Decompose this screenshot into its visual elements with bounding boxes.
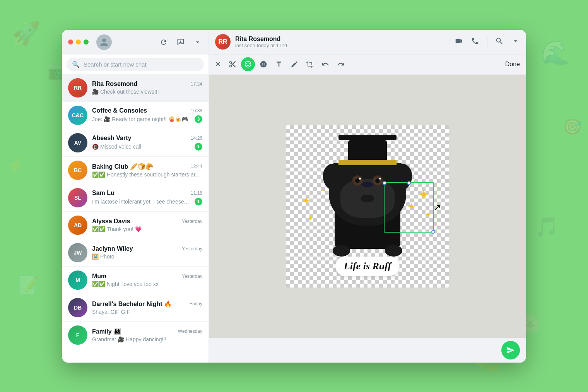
chat-avatar-darrells: DB (68, 298, 87, 317)
search-input[interactable] (84, 61, 198, 68)
done-button[interactable]: Done (505, 61, 520, 68)
chat-item-jaclynn[interactable]: JW Jaclynn Wiley Yesterday 🖼️ Photo (62, 239, 209, 267)
chat-list: RR Rita Rosemond 17:24 🎥 Check out these… (62, 74, 209, 363)
new-chat-icon[interactable] (176, 38, 185, 47)
maximize-traffic-light[interactable] (84, 39, 89, 45)
user-avatar (96, 34, 112, 50)
send-button[interactable] (501, 341, 520, 359)
chat-preview-alyssa: ✅✅ Thank you! 💗 (92, 226, 202, 232)
refresh-icon[interactable] (159, 38, 168, 47)
close-traffic-light[interactable] (68, 39, 73, 45)
cursor-arrow: ↖ (434, 202, 441, 212)
more-options-icon[interactable] (511, 37, 520, 47)
pug-image: Life is Ruff ✦ ✦ ✦ ✦ ✦ ✦ (286, 125, 449, 288)
chat-preview-coffee: Joe: 🎥 Ready for game night!! 🍿🍺🎮 (92, 116, 192, 122)
life-ruff-text: Life is Ruff (344, 260, 391, 272)
voice-call-icon[interactable] (471, 37, 479, 47)
emoji-tool-button[interactable] (241, 57, 255, 71)
redo-button[interactable] (334, 57, 348, 71)
chat-avatar-mum: M (68, 270, 87, 290)
chat-item-alyssa[interactable]: AD Alyssa Davis Yesterday ✅✅ Thank you! … (62, 212, 209, 239)
chat-header-avatar: RR (215, 34, 231, 50)
minimize-traffic-light[interactable] (76, 39, 81, 45)
chat-time-rita: 17:24 (191, 81, 202, 87)
chat-name-family: Family 👨‍👩‍👧 (92, 328, 121, 335)
chat-header-name: Rita Rosemond (235, 36, 450, 43)
sparkle-left-large: ✦ (302, 195, 311, 207)
chat-item-darrells[interactable]: DB Darrell's Bachelor Night 🔥 Friday Sha… (62, 294, 209, 322)
chat-item-coffee[interactable]: C&C Coffee & Consoles 16:38 Joe: 🎥 Ready… (62, 102, 209, 129)
chat-time-mum: Yesterday (182, 274, 202, 279)
chat-time-darrells: Friday (190, 301, 202, 306)
chat-info-jaclynn: Jaclynn Wiley Yesterday 🖼️ Photo (92, 245, 202, 260)
chat-item-family[interactable]: F Family 👨‍👩‍👧 Wednesday Grandma: 🎥 Happ… (62, 322, 209, 349)
chat-info-abeesh: Abeesh Varty 14:26 📵 Missed voice call 1 (92, 135, 202, 151)
chat-info-alyssa: Alyssa Davis Yesterday ✅✅ Thank you! 💗 (92, 218, 202, 232)
sparkle-left-small: ✦ (308, 214, 313, 223)
chat-name-sam: Sam Lu (92, 190, 115, 197)
chat-item-mum[interactable]: M Mum Yesterday ✅✅ Night, love you too x… (62, 267, 209, 294)
chat-avatar-alyssa: AD (68, 216, 87, 235)
chat-info-coffee: Coffee & Consoles 16:38 Joe: 🎥 Ready for… (92, 107, 202, 123)
search-in-chat-icon[interactable] (495, 37, 504, 47)
chat-avatar-abeesh: AV (68, 133, 87, 152)
chat-name-abeesh: Abeesh Varty (92, 135, 131, 142)
chat-header-actions (455, 37, 520, 47)
crop-tool-button[interactable] (303, 57, 317, 71)
scissors-tool-button[interactable] (226, 57, 239, 71)
undo-button[interactable] (318, 57, 332, 71)
chat-time-jaclynn: Yesterday (182, 246, 202, 252)
sidebar: 🔍 RR Rita Rosemond 17:24 🎥 Check out the… (62, 30, 209, 363)
chat-item-baking[interactable]: BC Baking Club 🥖🍞🥐 12:44 ✅✅ Honestly the… (62, 157, 209, 184)
chat-info-family: Family 👨‍👩‍👧 Wednesday Grandma: 🎥 Happy … (92, 328, 202, 342)
chat-info-baking: Baking Club 🥖🍞🥐 12:44 ✅✅ Honestly these … (92, 163, 202, 178)
handle-tc (407, 181, 411, 185)
sticker-canvas: Life is Ruff ✦ ✦ ✦ ✦ ✦ ✦ (286, 125, 449, 288)
chat-name-mum: Mum (92, 273, 106, 280)
search-input-wrap: 🔍 (67, 58, 204, 71)
selection-box (384, 182, 434, 233)
chat-preview-jaclynn: 🖼️ Photo (92, 253, 202, 260)
close-editor-button[interactable]: ✕ (215, 60, 221, 68)
sparkle-left-tiny: ✦ (321, 187, 326, 193)
chat-time-alyssa: Yesterday (182, 219, 202, 224)
sidebar-header-icons (159, 38, 202, 47)
chat-preview-mum: ✅✅ Night, love you too xx (92, 281, 202, 287)
chat-info-mum: Mum Yesterday ✅✅ Night, love you too xx (92, 273, 202, 287)
unread-badge-abeesh: 1 (195, 143, 202, 151)
chat-header-info: Rita Rosemond last seen today at 17:26 (235, 36, 450, 48)
chat-item-rita[interactable]: RR Rita Rosemond 17:24 🎥 Check out these… (62, 74, 209, 102)
chat-time-family: Wednesday (178, 329, 202, 334)
filter-icon[interactable] (193, 38, 202, 47)
unread-badge-coffee: 3 (195, 115, 202, 123)
sticker-tool-button[interactable] (256, 57, 270, 71)
chat-time-baking: 12:44 (191, 164, 202, 169)
chat-avatar-baking: BC (68, 161, 87, 180)
chat-preview-sam: I'm lactose intolerant yet, I see cheese… (92, 199, 192, 205)
chat-info-rita: Rita Rosemond 17:24 🎥 Check out these vi… (92, 80, 202, 95)
chat-avatar-family: F (68, 325, 87, 345)
chat-item-abeesh[interactable]: AV Abeesh Varty 14:26 📵 Missed voice cal… (62, 129, 209, 157)
draw-tool-button[interactable] (287, 57, 301, 71)
chat-preview-rita: 🎥 Check out these views!!! (92, 89, 202, 95)
chat-name-coffee: Coffee & Consoles (92, 107, 147, 114)
chat-body: Life is Ruff ✦ ✦ ✦ ✦ ✦ ✦ (209, 75, 526, 338)
chat-name-rita: Rita Rosemond (92, 80, 137, 87)
sidebar-header (62, 30, 209, 55)
chat-preview-baking: ✅✅ Honestly these sourdough starters are… (92, 171, 202, 178)
unread-badge-sam: 1 (195, 198, 202, 205)
chat-time-abeesh: 14:26 (191, 135, 202, 141)
chat-time-sam: 11:18 (191, 190, 202, 196)
chat-time-coffee: 16:38 (191, 108, 202, 113)
chat-name-alyssa: Alyssa Davis (92, 218, 130, 225)
chat-item-sam[interactable]: SL Sam Lu 11:18 I'm lactose intolerant y… (62, 184, 209, 212)
search-bar: 🔍 (62, 55, 209, 74)
header-divider (487, 37, 487, 46)
chat-preview-family: Grandma: 🎥 Happy dancing!!! (92, 336, 202, 342)
chat-header-status: last seen today at 17:26 (235, 43, 450, 48)
chat-name-baking: Baking Club 🥖🍞🥐 (92, 163, 153, 170)
video-call-icon[interactable] (455, 37, 463, 47)
chat-avatar-jaclynn: JW (68, 243, 87, 262)
handle-br (431, 230, 435, 234)
text-tool-button[interactable] (272, 57, 286, 71)
